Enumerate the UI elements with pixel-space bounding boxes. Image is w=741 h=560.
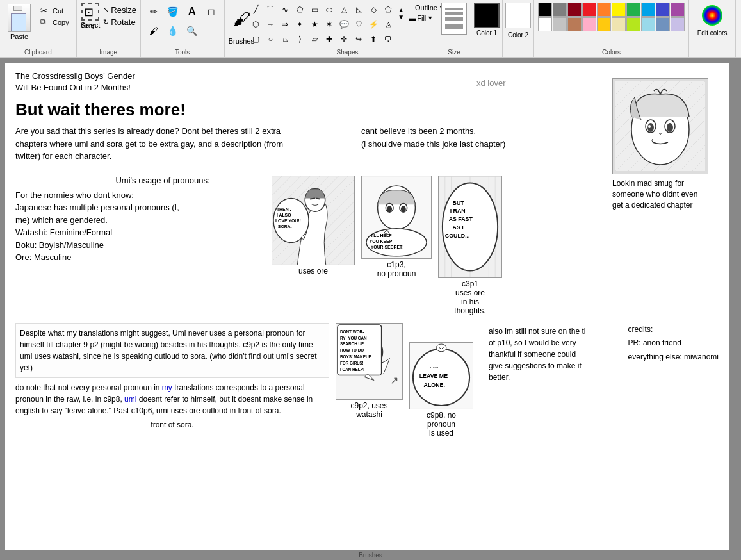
shape-polygon[interactable]: ⬠ [293, 3, 307, 17]
shape-curve[interactable]: ⌒ [263, 3, 277, 17]
palette-swatch-8[interactable] [656, 3, 670, 17]
palette-swatch-13[interactable] [582, 17, 596, 31]
svg-text:SORA.: SORA. [278, 224, 292, 229]
svg-point-53 [401, 206, 406, 212]
shapes-scroll-down[interactable]: ▼ [398, 13, 404, 21]
shape-pentagon[interactable]: ⬠ [381, 3, 395, 17]
shape-lightning[interactable]: ⚡ [366, 17, 380, 31]
svg-point-85 [436, 344, 446, 352]
svg-text:YOU KEEP: YOU KEEP [370, 239, 393, 243]
svg-text:BUT: BUT [453, 200, 465, 206]
link-my[interactable]: my [162, 383, 172, 392]
shape-heart[interactable]: ♡ [352, 17, 366, 31]
rotate-button[interactable]: ↻ Rotate [102, 17, 138, 28]
color2-label: Color 2 [508, 31, 528, 38]
shape-star5[interactable]: ★ [307, 17, 322, 31]
panel3: BUT I RAN AS FAST AS I COULD... [438, 176, 502, 278]
palette-swatch-15[interactable] [612, 17, 626, 31]
shape-bent-arrow[interactable]: ↪ [352, 32, 366, 46]
palette-swatch-3[interactable] [582, 3, 596, 17]
link-umi[interactable]: umi [124, 395, 136, 404]
shape-star6[interactable]: ✶ [322, 17, 336, 31]
extra-tool[interactable] [202, 22, 220, 40]
eraser-tool[interactable]: ◻ [202, 3, 220, 21]
shape-star4[interactable]: ✦ [293, 17, 307, 31]
palette-swatch-2[interactable] [567, 3, 582, 17]
pencil-tool[interactable]: ✏ [145, 3, 163, 21]
palette-group: Colors [534, 0, 689, 57]
tools-group: ✏ 🪣 A ◻ 🖌 💧 🔍 Tools [141, 0, 225, 57]
pronouns-body: For the normies who dont know: Japanese … [15, 189, 259, 264]
palette-swatch-17[interactable] [641, 17, 655, 31]
paste-button[interactable]: Paste [5, 3, 33, 42]
edit-colors-button[interactable]: Edit colors [693, 3, 731, 37]
text-tool[interactable]: A [183, 3, 201, 21]
fill-tool[interactable]: 🪣 [164, 3, 182, 21]
panel5-area: ....... LEAVE ME ALONE. c9p8, no pronoun… [409, 323, 473, 438]
palette-swatch-9[interactable] [671, 3, 685, 17]
copy-button[interactable]: ⧉ Copy [38, 17, 71, 28]
panel4-caption: c9p2, uses watashi [336, 401, 403, 419]
shape-rect[interactable]: ▭ [307, 3, 322, 17]
palette-label: Colors [534, 49, 688, 56]
shape-line[interactable]: ╱ [248, 3, 263, 17]
credits-block: credits: PR: anon friend everything else… [628, 323, 719, 365]
shape-callout[interactable]: 💬 [337, 17, 351, 31]
panel1-caption: uses ore [272, 267, 355, 276]
palette-swatch-1[interactable] [553, 3, 567, 17]
shape-oval[interactable]: ○ [263, 32, 277, 46]
cut-button[interactable]: ✂ Cut [38, 5, 71, 17]
shapes-scroll-controls: ▲ ▼ [398, 6, 404, 21]
color1-swatch[interactable] [474, 3, 500, 28]
shape-uarrow[interactable]: ⬆ [366, 32, 380, 46]
palette-swatch-18[interactable] [656, 17, 670, 31]
palette-swatch-12[interactable] [567, 17, 582, 31]
shape-triangle[interactable]: △ [337, 3, 351, 17]
scissors-icon: ✂ [40, 6, 51, 16]
shape-trapezoid[interactable]: ⏢ [278, 32, 292, 46]
credits-else: everything else: miwanomi [628, 350, 719, 365]
palette-swatch-14[interactable] [597, 17, 611, 31]
svg-text:AS I: AS I [453, 224, 464, 231]
shape-misc[interactable]: ◬ [381, 17, 395, 31]
copy-label: Copy [53, 19, 69, 26]
color2-swatch[interactable] [505, 3, 531, 28]
shape-freeform[interactable]: ∿ [278, 3, 292, 17]
shape-rtriangle[interactable]: ◺ [352, 3, 366, 17]
side-comment-tl: also im still not sure on the tl of p10,… [486, 323, 589, 386]
shape-arrow1[interactable]: → [263, 17, 277, 31]
shapes-scroll-up[interactable]: ▲ [398, 6, 404, 13]
palette-swatch-10[interactable] [538, 17, 552, 31]
palette-swatch-11[interactable] [553, 17, 567, 31]
shape-arrow2[interactable]: ⇒ [278, 17, 292, 31]
panel5-container: ....... LEAVE ME ALONE. c9p8, no pronoun… [409, 342, 473, 438]
fill-label: Fill [417, 14, 426, 22]
shape-rounded-rect[interactable]: ▢ [248, 32, 263, 46]
panel1-container: THEN.. I ALSO LOVE YOU!! SORA. uses ore [272, 176, 355, 276]
palette-swatch-7[interactable] [641, 3, 655, 17]
svg-text:HOW TO DO: HOW TO DO [340, 348, 364, 352]
palette-swatch-6[interactable] [626, 3, 640, 17]
color1-label: Color 1 [476, 29, 497, 37]
palette-swatch-4[interactable] [597, 3, 611, 17]
select-button[interactable]: Select [81, 3, 101, 29]
palette-swatch-0[interactable] [538, 3, 552, 17]
palette-swatch-5[interactable] [612, 3, 626, 17]
shape-parallelogram[interactable]: ▱ [307, 32, 322, 46]
shape-speech[interactable]: 🗨 [381, 32, 395, 46]
brush-tool[interactable]: 🖌 [145, 22, 163, 40]
resize-button[interactable]: ⤡ Resize [102, 4, 138, 15]
shape-hexagon[interactable]: ⬡ [248, 17, 263, 31]
shape-4arrow[interactable]: ✛ [337, 32, 351, 46]
shape-diamond[interactable]: ◇ [366, 3, 380, 17]
palette-swatch-16[interactable] [626, 17, 640, 31]
canvas: The Crossdressiig Boys' Gender Will Be F… [5, 63, 729, 550]
svg-text:RY! YOU CAN: RY! YOU CAN [340, 336, 367, 340]
color-picker-tool[interactable]: 💧 [164, 22, 182, 40]
shape-cross[interactable]: ✚ [322, 32, 336, 46]
palette-swatch-19[interactable] [671, 17, 685, 31]
shape-ellipse[interactable]: ⬭ [322, 3, 336, 17]
magnifier-tool[interactable]: 🔍 [183, 22, 201, 40]
shape-chevron[interactable]: ⟩ [293, 32, 307, 46]
size-display[interactable] [441, 3, 467, 35]
